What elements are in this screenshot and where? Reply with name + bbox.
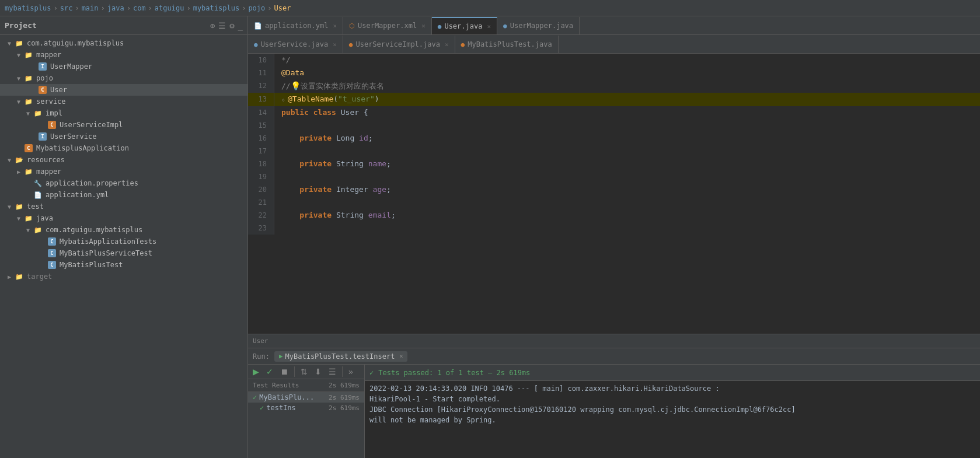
line-content[interactable] — [274, 222, 980, 235]
bc-com[interactable]: com — [133, 4, 146, 12]
tab-label: UserMapper.java — [510, 22, 573, 30]
tab-close-icon[interactable]: × — [445, 41, 449, 48]
tab-usermapper-xml[interactable]: ⬡ UserMapper.xml × — [343, 17, 432, 34]
code-line-20: 20 private Integer age; — [248, 183, 980, 196]
sidebar-item-test[interactable]: 📁 test — [0, 201, 247, 212]
settings-icon[interactable]: ☰ — [218, 21, 226, 30]
sidebar-item-pojo[interactable]: 📁 pojo — [0, 72, 247, 84]
bc-mybatisplus2[interactable]: mybatisplus — [193, 4, 239, 12]
tab-close-icon[interactable]: × — [421, 22, 426, 30]
line-content[interactable]: private Integer age; — [274, 183, 980, 196]
tab-userservice-java[interactable]: ● UserService.java × — [248, 36, 343, 53]
gear-icon[interactable]: ⚙ — [229, 21, 234, 30]
line-content[interactable]: public class User { — [274, 106, 980, 119]
sidebar-item-mybatisservicetest[interactable]: C MyBatisPlusServiceTest — [0, 247, 247, 259]
line-content[interactable]: ⬦@TableName("t_user") — [274, 93, 980, 106]
bc-user[interactable]: User — [274, 4, 291, 12]
run-tab-close-icon[interactable]: × — [399, 353, 403, 359]
filter-button[interactable]: ⬇ — [312, 366, 324, 377]
stop-button[interactable]: ⏹ — [278, 366, 291, 377]
bc-java[interactable]: java — [107, 4, 124, 12]
output-line-1: 2022-02-13 20:14:33.020 INFO 10476 --- [… — [369, 383, 975, 394]
line-content[interactable] — [274, 196, 980, 209]
sidebar-item-service[interactable]: 📁 service — [0, 96, 247, 107]
line-content[interactable]: @Data — [274, 67, 980, 79]
tab-userserviceimpl-java[interactable]: ● UserServiceImpl.java × — [343, 36, 455, 53]
test-duration: 2s 619ms — [329, 382, 360, 389]
bc-src[interactable]: src — [60, 4, 73, 12]
sidebar-item-userservice[interactable]: I UserService — [0, 131, 247, 142]
sidebar-item-mybatisapptests[interactable]: C MybatisApplicationTests — [0, 236, 247, 247]
tab-close-icon[interactable]: × — [487, 23, 491, 30]
sidebar: Project ⊕ ☰ ⚙ _ 📁 com.atguigu.mybatisplu… — [0, 16, 248, 458]
sidebar-item-usermapper[interactable]: I UserMapper — [0, 61, 247, 72]
line-content[interactable] — [274, 145, 980, 158]
bc-mybatisplus[interactable]: mybatisplus — [5, 4, 51, 12]
code-line-14: 14 public class User { — [248, 106, 980, 119]
tab-close-icon[interactable]: × — [333, 22, 337, 30]
tab-label: UserServiceImpl.java — [355, 40, 440, 48]
sidebar-item-com-test[interactable]: 📁 com.atguigu.mybatisplus — [0, 224, 247, 236]
line-content[interactable] — [274, 119, 980, 132]
class-tab-icon: ● — [349, 41, 353, 48]
tab-mybatisplustest-java[interactable]: ● MyBatisPlusTest.java — [455, 36, 559, 53]
run-tree-item-mybatisplus[interactable]: ✓ MyBatisPlu... 2s 619ms — [248, 392, 364, 403]
line-content[interactable]: //💡设置实体类所对应的表名 — [274, 79, 980, 93]
sidebar-item-label: MybatisplusApplication — [36, 144, 129, 152]
collapse-arrow-icon — [5, 274, 14, 280]
sidebar-item-label: pojo — [36, 74, 53, 82]
bc-atguigu[interactable]: atguigu — [155, 4, 184, 12]
tabs-row-2: ● UserService.java × ● UserServiceImpl.j… — [248, 35, 980, 54]
code-line-13: 13 ⬦@TableName("t_user") — [248, 93, 980, 106]
sidebar-item-java-test[interactable]: 📁 java — [0, 212, 247, 224]
run-tab[interactable]: ▶ MyBatisPlusTest.testInsert × — [274, 351, 408, 362]
tab-usermapper-java[interactable]: ● UserMapper.java — [497, 17, 580, 34]
sidebar-item-label: UserMapper — [50, 62, 92, 71]
line-content[interactable]: */ — [274, 54, 980, 67]
sidebar-item-target[interactable]: 📁 target — [0, 271, 247, 282]
sidebar-item-app-props[interactable]: 🔧 application.properties — [0, 177, 247, 189]
run-toolbar: ▶ ✓ ⏹ ⇅ ⬇ ☰ » — [248, 365, 364, 379]
line-content[interactable] — [274, 170, 980, 183]
code-line-22: 22 private String email; — [248, 209, 980, 222]
line-content[interactable]: private Long id; — [274, 132, 980, 145]
list-button[interactable]: ☰ — [326, 366, 339, 377]
run-button[interactable]: ▶ — [250, 366, 261, 377]
bc-main[interactable]: main — [82, 4, 99, 12]
yml-tab-icon: 📄 — [254, 22, 262, 30]
yml-icon: 📄 — [33, 190, 43, 200]
editor-breadcrumb-label: User — [253, 337, 268, 345]
expand-arrow-icon — [14, 52, 23, 58]
bc-pojo[interactable]: pojo — [248, 4, 265, 12]
code-line-23: 23 — [248, 222, 980, 235]
folder-icon: 📁 — [23, 214, 34, 223]
sort-button[interactable]: ⇅ — [298, 366, 310, 377]
sidebar-item-resources[interactable]: 📂 resources — [0, 154, 247, 166]
sidebar-item-label: test — [27, 202, 44, 211]
sidebar-item-label: application.properties — [46, 179, 138, 187]
tab-close-icon[interactable]: × — [333, 41, 337, 48]
sidebar-item-app-yml[interactable]: 📄 application.yml — [0, 189, 247, 201]
tab-application-yml[interactable]: 📄 application.yml × — [248, 17, 343, 34]
rerun-button[interactable]: ✓ — [264, 366, 275, 377]
main-layout: Project ⊕ ☰ ⚙ _ 📁 com.atguigu.mybatisplu… — [0, 16, 980, 458]
sidebar-tree: 📁 com.atguigu.mybatisplus 📁 mapper I Use… — [0, 35, 247, 458]
minimize-icon[interactable]: _ — [238, 21, 243, 30]
line-content[interactable]: private String name; — [274, 158, 980, 170]
sidebar-item-mybatisapp[interactable]: C MybatisplusApplication — [0, 142, 247, 154]
sidebar-item-userserviceimpl[interactable]: C UserServiceImpl — [0, 119, 247, 131]
more-button[interactable]: » — [346, 366, 355, 377]
sidebar-item-mybatisplustest[interactable]: C MyBatisPlusTest — [0, 259, 247, 271]
sidebar-item-com-atguigu[interactable]: 📁 com.atguigu.mybatisplus — [0, 37, 247, 49]
tabs-row-1: 📄 application.yml × ⬡ UserMapper.xml × ●… — [248, 16, 980, 35]
code-editor[interactable]: 10 */ 11 @Data 12 //💡设置实体类所对应的表名 13 ⬦@Ta… — [248, 54, 980, 334]
sidebar-item-mapper[interactable]: 📁 mapper — [0, 49, 247, 61]
sidebar-item-impl[interactable]: 📁 impl — [0, 107, 247, 119]
tab-user-java[interactable]: ● User.java × — [432, 17, 497, 34]
sidebar-item-user[interactable]: C User — [0, 84, 247, 96]
add-icon[interactable]: ⊕ — [210, 21, 215, 30]
run-item-duration: 2s 619ms — [329, 404, 360, 412]
sidebar-item-mapper-res[interactable]: 📁 mapper — [0, 166, 247, 177]
line-content[interactable]: private String email; — [274, 209, 980, 222]
run-tree-item-testins[interactable]: ✓ testIns 2s 619ms — [248, 403, 364, 413]
